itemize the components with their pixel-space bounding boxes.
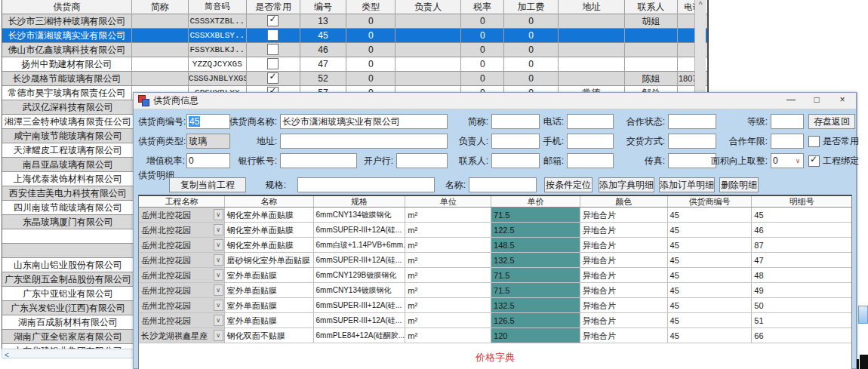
address-input[interactable]	[280, 134, 448, 149]
supplier-list-item[interactable]: 山东南山铝业股份有限公司	[2, 258, 134, 272]
supplier-list-item[interactable]	[2, 244, 134, 258]
supplier-list-item[interactable]: 四川南玻节能玻璃有限公司	[2, 201, 134, 215]
common-use-dialog-checkbox[interactable]: 是否常用	[808, 134, 859, 149]
common-use-checkbox[interactable]	[267, 29, 279, 41]
chevron-down-icon[interactable]: ∨	[793, 154, 803, 168]
vat-input[interactable]: 0	[186, 153, 230, 168]
supplier-type-input[interactable]: 玻璃	[186, 134, 230, 149]
supplier-row[interactable]: 佛山市亿鑫玻璃科技有限公司 FSSYXBLKJ.. 46 0 0 0	[2, 43, 707, 57]
supplier-list-item[interactable]: 东晶玻璃厦门有限公司	[2, 215, 134, 229]
supplier-row[interactable]: 扬州中勤建材有限公司 YZZQJCYXGS 47 0 0 0	[2, 57, 707, 72]
grade-input[interactable]	[771, 114, 804, 129]
scroll-up-icon[interactable]: ^	[695, 0, 706, 11]
scroll-left-icon[interactable]: <	[2, 351, 9, 359]
chevron-down-icon[interactable]: ∨	[214, 209, 223, 220]
color-cell: 异地合片	[580, 208, 668, 222]
copy-current-project-button[interactable]: 复制当前工程	[169, 177, 246, 192]
common-use-checkbox[interactable]	[267, 15, 279, 26]
leader-input[interactable]	[491, 134, 540, 149]
minimize-icon[interactable]: —	[779, 93, 803, 109]
detail-row[interactable]: 岳州北控花园∨ 室外单面贴膜 6mmCNY134镀膜钢化 m² 71.5 异地合…	[139, 283, 851, 298]
detail-no-cell: 87	[752, 238, 851, 252]
bank-account-input[interactable]	[280, 153, 357, 168]
project-combobox-cell[interactable]: 岳州北控花园∨	[139, 283, 225, 297]
supplier-list-item[interactable]: 湖南广亚全铝家居有限公司	[2, 330, 134, 344]
detail-row[interactable]: 岳州北控花园∨ 磨砂钢化室外单面贴膜 6mmSUPER-III+12A(硅...…	[139, 253, 851, 268]
project-combobox-cell[interactable]: 长沙龙湖祺鑫星座∨	[139, 328, 225, 343]
area-round-combobox[interactable]: 0∨	[771, 153, 804, 168]
common-use-checkbox[interactable]	[267, 58, 279, 69]
coop-status-input[interactable]	[668, 114, 716, 129]
project-combobox-cell[interactable]: 岳州北控花园∨	[139, 238, 225, 252]
email-input[interactable]	[567, 153, 614, 168]
chevron-down-icon[interactable]: ∨	[214, 284, 223, 296]
supplier-list-item[interactable]: 广东坚朗五金制品股份有限公司	[2, 272, 134, 287]
detail-row[interactable]: 岳州北控花园∨ 室外单面贴膜 6mmCNY129B镀膜钢化 m² 71.5 异地…	[139, 268, 851, 283]
spec-filter-input[interactable]	[297, 177, 435, 192]
coop-years-input[interactable]	[771, 134, 804, 149]
dialog-titlebar[interactable]: 供货商信息 — □ ×	[134, 93, 856, 109]
name-filter-input[interactable]	[469, 177, 537, 192]
supplier-no-cell: 45	[668, 298, 753, 312]
common-use-checkbox[interactable]	[267, 72, 279, 84]
project-combobox-cell[interactable]: 岳州北控花园∨	[139, 223, 225, 237]
detail-row[interactable]: 岳州北控花园∨ 钢化室外单面贴膜 6mmSUPER-III+12A(硅... m…	[139, 223, 851, 238]
supplier-list-item[interactable]: 咸宁南玻节能玻璃有限公司	[2, 129, 134, 143]
save-return-button[interactable]: 存盘返回	[808, 114, 855, 129]
supplier-no-input[interactable]: 45	[186, 114, 230, 129]
supplier-list-item[interactable]: 南昌亚晶玻璃有限公司	[2, 158, 134, 172]
project-combobox-cell[interactable]: 岳州北控花园∨	[139, 298, 225, 312]
project-combobox-cell[interactable]: 岳州北控花园∨	[139, 208, 225, 222]
dialog-body: 供货商编号: 45 供货商名称: 长沙市潇湘玻璃实业有限公司 简称: 电话: 合…	[134, 109, 856, 368]
left-list-horizontal-scrollbar[interactable]: <	[2, 349, 134, 358]
detail-row[interactable]: 岳州北控花园∨ 钢化室外单面贴膜 6mm白玻+1.14PVB+6mm... m²…	[139, 238, 851, 253]
locate-by-condition-button[interactable]: 按条件定位	[544, 177, 593, 192]
supplier-list-item[interactable]: 西安佳吉美电力科技有限公司	[2, 186, 134, 201]
delete-detail-button[interactable]: 删除明细	[719, 177, 759, 192]
supplier-name-input[interactable]: 长沙市潇湘玻璃实业有限公司	[280, 114, 448, 129]
delivery-input[interactable]	[668, 134, 716, 149]
supplier-row[interactable]: 长沙市潇湘玻璃实业有限公司 CSSXXBLSY.. 45 0 0 0	[2, 29, 707, 43]
supplier-list-item[interactable]: 广东兴发铝业(江西)有限公司	[2, 301, 134, 315]
add-order-detail-button[interactable]: 添加订单明细	[659, 177, 715, 192]
supplier-list-item[interactable]: 武汉亿深科技有限公司	[2, 100, 134, 115]
chevron-down-icon[interactable]: ∨	[214, 330, 223, 341]
supplier-list-item[interactable]: 天津耀皮工程玻璃有限公司	[2, 143, 134, 158]
add-dictionary-detail-button[interactable]: 添加字典明细	[599, 177, 654, 192]
detail-row[interactable]: 岳州北控花园∨ 室外单面贴膜 6mmSUPER-III+12A(硅... m² …	[139, 298, 851, 313]
mobile-input[interactable]	[567, 134, 614, 149]
supplier-row[interactable]: 长沙市三湘特种玻璃有限公司 CSSSXTZBL.. 13 0 0 0 胡姐	[2, 14, 707, 29]
chevron-down-icon[interactable]: ∨	[214, 224, 223, 235]
common-use-checkbox[interactable]	[267, 44, 279, 55]
supplier-row[interactable]: 长沙晟格节能玻璃有限公司 CSSGJNBLYXGS 52 0 0 0 陈姐 18…	[2, 72, 707, 86]
supplier-list-item[interactable]: 湖南百成新材料有限公司	[2, 315, 134, 330]
chevron-down-icon[interactable]: ∨	[214, 239, 223, 251]
supplier-leader-cell	[396, 14, 461, 29]
project-combobox-cell[interactable]: 岳州北控花园∨	[139, 313, 225, 327]
chevron-down-icon[interactable]: ∨	[214, 315, 223, 326]
background-scrollbar-thumb[interactable]	[858, 306, 868, 324]
supplier-list-item[interactable]	[2, 229, 134, 244]
chevron-down-icon[interactable]: ∨	[214, 300, 223, 311]
detail-row[interactable]: 岳州北控花园∨ 钢化室外单面贴膜 6mmCNY134镀膜钢化 m² 71.5 异…	[139, 208, 851, 223]
detail-row[interactable]: 岳州北控花园∨ 室外单面贴膜 6mmSUPER-III+12A(硅... m² …	[139, 313, 851, 328]
project-combobox-cell[interactable]: 岳州北控花园∨	[139, 268, 225, 282]
supplier-list-item[interactable]: 湘潭三金特种玻璃有限责任公司	[2, 115, 134, 129]
chevron-down-icon[interactable]: ∨	[214, 254, 223, 266]
supplier-list-item[interactable]: 上海优泰装饰材料有限公司	[2, 172, 134, 186]
phone-input[interactable]	[567, 114, 614, 129]
bank-input[interactable]	[396, 153, 448, 168]
suppliers-vertical-scrollbar[interactable]: ^	[694, 0, 706, 92]
detail-no-cell: 45	[752, 208, 851, 222]
project-combobox-cell[interactable]: 岳州北控花园∨	[139, 253, 225, 267]
col-header-color: 颜色	[580, 196, 668, 207]
detail-row[interactable]: 长沙龙湖祺鑫星座∨ 钢化双面不贴膜 6mmPLE84+12A(硅酮胶... m²…	[139, 328, 851, 343]
close-icon[interactable]: ×	[830, 93, 854, 109]
maximize-icon[interactable]: □	[805, 93, 829, 109]
project-bind-checkbox[interactable]: 工程绑定	[808, 153, 859, 168]
supplier-list-item[interactable]: 广东中亚铝业有限公司	[2, 287, 134, 301]
contact-input[interactable]	[491, 153, 540, 168]
spec-cell: 6mm白玻+1.14PVB+6mm...	[314, 238, 406, 252]
chevron-down-icon[interactable]: ∨	[214, 269, 223, 281]
short-name-input[interactable]	[491, 114, 540, 129]
